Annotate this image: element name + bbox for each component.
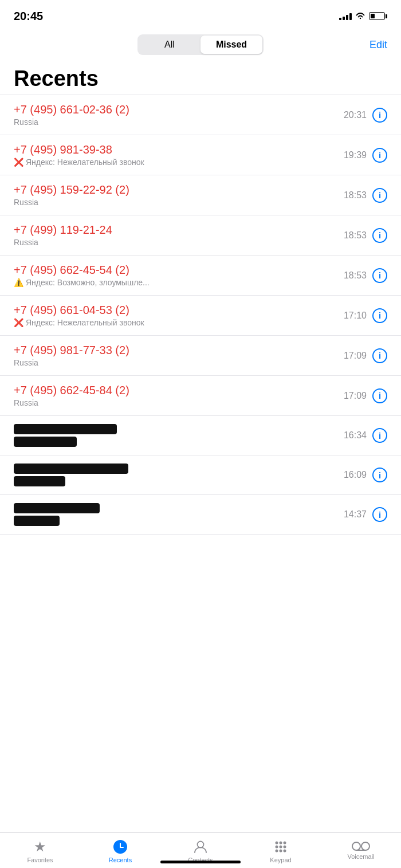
info-button[interactable]: i: [372, 188, 387, 203]
call-item: +7 (495) 981-39-38 ❌ Яндекс: Нежелательн…: [0, 135, 401, 175]
tab-keypad-label: Keypad: [270, 857, 291, 863]
call-number[interactable]: +7 (499) 119-21-24: [14, 223, 337, 237]
redacted-content: [14, 503, 337, 526]
redacted-bar: [14, 424, 117, 434]
call-item: +7 (495) 981-77-33 (2) Russia 17:09 i: [0, 336, 401, 376]
call-time: 17:10: [344, 311, 367, 321]
call-number[interactable]: +7 (495) 159-22-92 (2): [14, 183, 337, 197]
favorites-icon: ★: [34, 839, 46, 855]
call-info: +7 (495) 662-45-84 (2) Russia: [14, 384, 337, 407]
tab-keypad[interactable]: Keypad: [258, 839, 304, 863]
edit-button[interactable]: Edit: [369, 39, 387, 51]
redacted-bar: [14, 476, 65, 486]
call-time: 18:53: [344, 230, 367, 241]
svg-point-5: [276, 846, 278, 849]
call-time: 17:09: [344, 391, 367, 401]
call-item: +7 (495) 662-45-84 (2) Russia 17:09 i: [0, 376, 401, 416]
battery-icon: [369, 12, 387, 20]
info-button[interactable]: i: [372, 468, 387, 482]
call-number[interactable]: +7 (495) 661-04-53 (2): [14, 304, 337, 317]
call-sub: ❌ Яндекс: Нежелательный звонок: [14, 158, 337, 167]
contacts-icon: [192, 839, 209, 855]
status-icons: [339, 12, 387, 20]
call-right: 17:09 i: [344, 348, 387, 363]
call-sub: Russia: [14, 238, 337, 247]
redacted-bar: [14, 437, 77, 447]
spam-icon: ❌: [14, 158, 23, 167]
redacted-bar: [14, 464, 128, 474]
call-time: 14:37: [344, 509, 367, 520]
call-info: +7 (495) 159-22-92 (2) Russia: [14, 183, 337, 207]
call-right: 16:34 i: [344, 428, 387, 443]
call-info: +7 (495) 981-39-38 ❌ Яндекс: Нежелательн…: [14, 143, 337, 167]
svg-point-10: [284, 850, 286, 853]
call-right: 19:39 i: [344, 148, 387, 163]
svg-point-11: [352, 842, 360, 850]
call-number[interactable]: +7 (495) 662-45-54 (2): [14, 264, 337, 277]
call-info: +7 (495) 661-02-36 (2) Russia: [14, 103, 337, 127]
call-info: +7 (495) 662-45-54 (2) ⚠️ Яндекс: Возмож…: [14, 264, 337, 287]
redacted-content: [14, 464, 337, 486]
call-sub: ⚠️ Яндекс: Возможно, злоумышле...: [14, 278, 337, 287]
call-sub: ❌ Яндекс: Нежелательный звонок: [14, 318, 337, 327]
call-item: +7 (495) 661-04-53 (2) ❌ Яндекс: Нежелат…: [0, 296, 401, 336]
call-right: 16:09 i: [344, 468, 387, 482]
info-button[interactable]: i: [372, 148, 387, 163]
call-item: +7 (495) 662-45-54 (2) ⚠️ Яндекс: Возмож…: [0, 256, 401, 296]
call-right: 18:53 i: [344, 268, 387, 283]
info-button[interactable]: i: [372, 428, 387, 443]
call-item: 16:09 i: [0, 455, 401, 495]
page-title: Recents: [0, 61, 401, 95]
spam-icon: ❌: [14, 318, 23, 327]
filter-row: All Missed Edit: [0, 29, 401, 61]
call-right: 14:37 i: [344, 507, 387, 522]
call-time: 17:09: [344, 351, 367, 361]
recents-icon: [112, 839, 128, 855]
filter-all[interactable]: All: [139, 36, 200, 54]
info-button[interactable]: i: [372, 348, 387, 363]
call-time: 18:53: [344, 190, 367, 201]
call-sub: Russia: [14, 117, 337, 127]
svg-point-4: [284, 842, 286, 845]
warning-icon: ⚠️: [14, 278, 23, 287]
call-info: [14, 424, 337, 447]
tab-recents[interactable]: Recents: [97, 839, 143, 863]
tab-favorites[interactable]: ★ Favorites: [17, 839, 63, 863]
tab-voicemail[interactable]: Voicemail: [338, 839, 384, 860]
svg-point-3: [280, 842, 282, 845]
info-button[interactable]: i: [372, 308, 387, 323]
call-sub: Russia: [14, 358, 337, 367]
redacted-bar: [14, 503, 100, 513]
voicemail-icon: [352, 839, 370, 851]
keypad-icon: [273, 839, 289, 855]
call-right: 18:53 i: [344, 228, 387, 243]
call-info: +7 (499) 119-21-24 Russia: [14, 223, 337, 247]
info-button[interactable]: i: [372, 108, 387, 123]
call-number[interactable]: +7 (495) 981-77-33 (2): [14, 344, 337, 357]
call-sub: Russia: [14, 398, 337, 407]
filter-missed[interactable]: Missed: [200, 36, 262, 54]
call-number[interactable]: +7 (495) 981-39-38: [14, 143, 337, 156]
svg-point-9: [280, 850, 282, 853]
home-indicator: [160, 861, 241, 863]
call-item: +7 (495) 159-22-92 (2) Russia 18:53 i: [0, 175, 401, 215]
call-sub: Russia: [14, 198, 337, 207]
call-number[interactable]: +7 (495) 661-02-36 (2): [14, 103, 337, 116]
call-number[interactable]: +7 (495) 662-45-84 (2): [14, 384, 337, 397]
info-button[interactable]: i: [372, 268, 387, 283]
tab-contacts[interactable]: Contacts: [178, 839, 223, 863]
svg-point-7: [284, 846, 286, 849]
call-time: 20:31: [344, 110, 367, 120]
call-item: +7 (499) 119-21-24 Russia 18:53 i: [0, 215, 401, 256]
wifi-icon: [355, 12, 365, 20]
redacted-bar: [14, 516, 60, 526]
info-button[interactable]: i: [372, 388, 387, 403]
call-info: +7 (495) 661-04-53 (2) ❌ Яндекс: Нежелат…: [14, 304, 337, 327]
call-right: 20:31 i: [344, 108, 387, 123]
svg-point-6: [280, 846, 282, 849]
call-item: +7 (495) 661-02-36 (2) Russia 20:31 i: [0, 95, 401, 135]
status-time: 20:45: [14, 10, 43, 23]
info-button[interactable]: i: [372, 228, 387, 243]
call-right: 17:09 i: [344, 388, 387, 403]
info-button[interactable]: i: [372, 507, 387, 522]
